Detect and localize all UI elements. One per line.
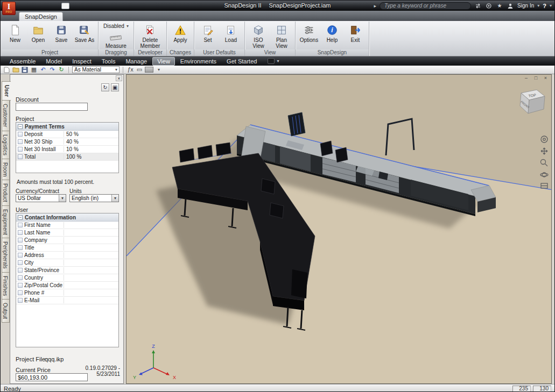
menu-manage[interactable]: Manage <box>121 57 152 66</box>
side-tab-user[interactable]: User <box>2 81 11 101</box>
line-style-icon[interactable]: ▭ <box>136 66 143 73</box>
bench-monitor[interactable] <box>320 141 333 156</box>
side-tab-logistics[interactable]: Logistics <box>2 131 10 159</box>
scene-canvas[interactable]: TOP FRONT Z X Y <box>127 75 552 384</box>
apply-button[interactable]: Apply <box>169 22 192 45</box>
parameters-fx-icon[interactable]: ƒx <box>127 66 134 73</box>
sign-in-person-icon[interactable] <box>507 2 514 9</box>
menu-view[interactable]: View <box>152 57 175 66</box>
side-tab-output[interactable]: Output <box>2 300 10 323</box>
viewport-3d[interactable]: – □ × <box>126 74 552 384</box>
contact-field-row[interactable]: Company <box>16 237 118 244</box>
help-ribbon-button[interactable]: i Help <box>321 22 343 45</box>
contact-field-row[interactable]: Country <box>16 274 118 282</box>
collapse-icon[interactable]: − <box>18 215 23 220</box>
payment-term-row[interactable]: Deposit 50 % <box>16 131 118 138</box>
payment-term-row[interactable]: Total 100 % <box>16 153 118 161</box>
discount-input[interactable] <box>16 103 88 111</box>
color-swatch-caret-icon[interactable]: ▾ <box>155 66 163 73</box>
sign-in-link[interactable]: Sign In <box>517 3 534 9</box>
side-tab-peripherals[interactable]: Peripherals <box>2 238 10 273</box>
contact-information-header[interactable]: − Contact Information <box>16 213 118 222</box>
options-button[interactable]: Options <box>298 22 320 45</box>
contact-field-row[interactable]: Phone # <box>16 289 118 297</box>
payment-term-value[interactable]: 50 % <box>64 131 118 137</box>
contact-field-row[interactable]: First Name <box>16 222 118 229</box>
contact-field-row[interactable]: Title <box>16 244 118 252</box>
refresh-button[interactable]: ↻ <box>101 83 109 91</box>
payment-terms-header[interactable]: − Payment Terms <box>16 123 118 131</box>
toolbar-new-icon[interactable] <box>3 66 10 73</box>
set-defaults-button[interactable]: Set <box>196 22 219 45</box>
payment-term-value[interactable]: 40 % <box>64 139 118 145</box>
help-search-input[interactable] <box>380 2 471 10</box>
currency-combo-caret-icon[interactable]: ▾ <box>59 195 66 202</box>
contact-field-row[interactable]: Last Name <box>16 229 118 237</box>
application-menu-button[interactable]: I PRO <box>2 2 16 15</box>
open-button[interactable]: Open <box>27 22 50 45</box>
redo-icon[interactable]: ↷ <box>48 66 56 73</box>
iso-view-button[interactable]: ISO View <box>247 22 270 51</box>
menu-assemble[interactable]: Assemble <box>5 57 40 66</box>
menu-inspect[interactable]: Inspect <box>67 57 96 66</box>
help-caret-icon[interactable]: ▾ <box>550 3 552 8</box>
contact-field-row[interactable]: Zip/Postal Code <box>16 282 118 289</box>
undo-icon[interactable]: ↶ <box>39 66 47 73</box>
payment-term-row[interactable]: Net 30 Install 10 % <box>16 146 118 153</box>
restore-icon[interactable]: □ <box>533 75 539 81</box>
material-appearance-combo[interactable]: As Material ▾ <box>72 66 120 73</box>
favorites-star-icon[interactable]: ★ <box>496 2 503 9</box>
toolbar-save-icon[interactable] <box>21 66 29 73</box>
search-arrows-icon[interactable] <box>474 2 482 9</box>
side-tab-room[interactable]: Room <box>2 159 10 181</box>
menu-overflow-icon[interactable] <box>268 58 275 64</box>
collapse-icon[interactable]: − <box>18 124 23 129</box>
payment-term-value[interactable]: 10 % <box>64 146 118 152</box>
contact-field-row[interactable]: Address <box>16 252 118 259</box>
tab-snapdesign[interactable]: SnapDesign <box>19 12 63 21</box>
menu-environments[interactable]: Environments <box>175 57 221 66</box>
panel-close-button[interactable]: × <box>116 75 122 81</box>
update-icon[interactable]: ↻ <box>58 66 65 73</box>
color-swatch[interactable] <box>145 67 153 73</box>
units-combo[interactable]: English (in) ▾ <box>69 194 119 202</box>
new-button[interactable]: New <box>4 22 26 45</box>
plan-view-button[interactable]: Plan View <box>270 22 293 51</box>
contact-field-row[interactable]: E-Mail <box>16 297 118 304</box>
dragging-mode-combo[interactable]: Disabled ▾ <box>101 22 131 30</box>
side-tab-product[interactable]: Product <box>2 180 10 205</box>
payment-term-row[interactable]: Net 30 Ship 40 % <box>16 138 118 146</box>
equipment-rack[interactable] <box>288 112 305 136</box>
menu-model[interactable]: Model <box>41 57 67 66</box>
cpu-tower[interactable] <box>291 269 307 298</box>
help-button[interactable]: ? <box>543 3 546 9</box>
menu-tools[interactable]: Tools <box>97 57 121 66</box>
load-defaults-button[interactable]: Load <box>220 22 242 45</box>
menu-overflow-caret-icon[interactable]: ▾ <box>277 59 279 63</box>
toolbar-open-icon[interactable] <box>12 66 19 73</box>
quick-access-icon[interactable] <box>61 3 69 9</box>
menu-get-started[interactable]: Get Started <box>222 57 262 66</box>
side-tab-customer[interactable]: Customer <box>2 101 10 131</box>
exit-button[interactable]: Exit <box>344 22 367 45</box>
save-button[interactable]: Save <box>50 22 73 45</box>
search-expand-caret-icon[interactable]: ▸ <box>374 3 377 9</box>
side-tab-equipment[interactable]: Equipment <box>2 206 10 239</box>
save-as-button[interactable]: Save As <box>73 22 96 45</box>
current-price-input[interactable] <box>16 373 88 381</box>
side-tab-finishes[interactable]: Finishes <box>2 273 10 300</box>
currency-combo[interactable]: US Dollar ▾ <box>16 194 66 202</box>
contact-field-row[interactable]: State/Province <box>16 267 118 274</box>
sign-in-caret-icon[interactable]: ▾ <box>537 3 539 8</box>
payment-term-value[interactable]: 100 % <box>64 154 118 160</box>
pin-button[interactable]: ▣ <box>111 83 119 91</box>
units-combo-caret-icon[interactable]: ▾ <box>111 195 118 202</box>
bench-monitor[interactable] <box>335 147 348 162</box>
console-monitor[interactable] <box>179 148 194 162</box>
measure-button[interactable]: Measure <box>104 31 127 51</box>
console-monitor[interactable] <box>198 145 213 159</box>
communication-center-icon[interactable] <box>485 2 493 9</box>
contact-field-row[interactable]: City <box>16 259 118 267</box>
minimize-icon[interactable]: – <box>523 75 529 81</box>
toolbar-grid-icon[interactable]: ▦ <box>30 66 38 73</box>
